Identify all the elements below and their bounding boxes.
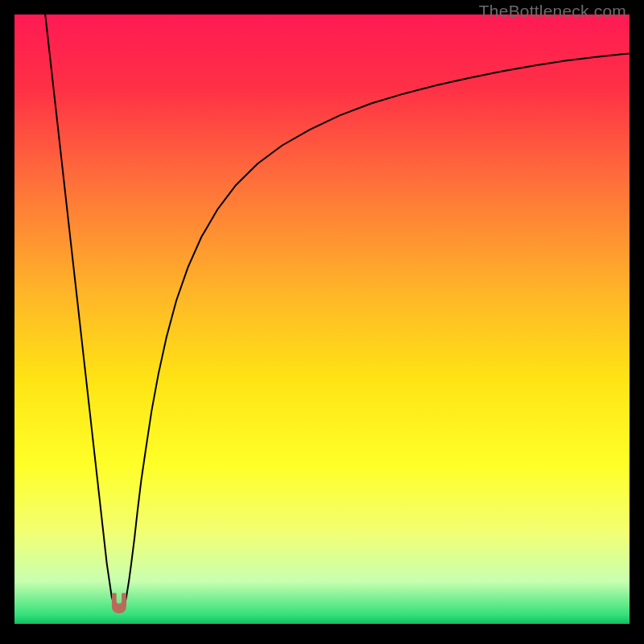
chart-frame: TheBottleneck.com <box>0 0 644 644</box>
gradient-background <box>14 14 630 624</box>
plot-area <box>14 14 630 624</box>
chart-svg <box>14 14 630 624</box>
watermark-text: TheBottleneck.com <box>479 2 626 21</box>
